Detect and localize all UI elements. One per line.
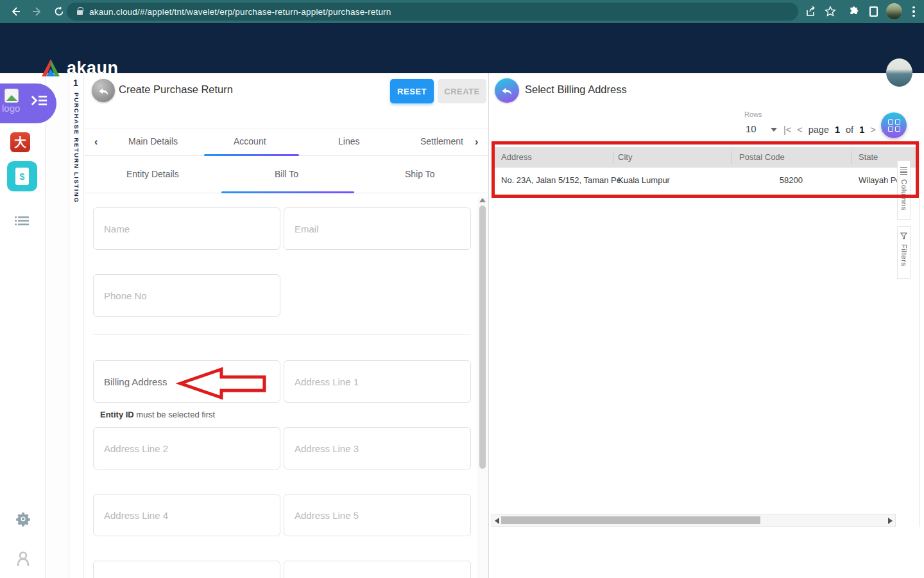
create-purchase-return-panel: Create Purchase Return RESET CREATE ‹ Ma… [84, 73, 489, 578]
of-word: of [846, 125, 853, 135]
col-city[interactable]: City [618, 152, 632, 162]
browser-tab-icon[interactable] [866, 4, 881, 19]
address-line-4-field[interactable]: Address Line 4 [93, 494, 280, 536]
billing-address-field[interactable]: Billing Address [93, 360, 280, 403]
brand-name: akaun [67, 58, 119, 78]
next-page-button[interactable]: > [870, 125, 875, 135]
main-tabbar: ‹ Main Details Account Lines Settlement … [84, 128, 489, 156]
cell-postal-code: 58200 [687, 175, 803, 185]
page-word: page [809, 125, 829, 135]
table-row[interactable]: No. 23A, Jalan 5/152, Taman Pe... Kuala … [495, 168, 916, 193]
phone-field[interactable]: Phone No [93, 274, 280, 317]
address-bar[interactable]: akaun.cloud/#/applet/tnt/wavelet/erp/pur… [67, 3, 798, 21]
tab-lines[interactable]: Lines [338, 136, 359, 146]
col-address[interactable]: Address [501, 152, 532, 162]
address-line-1-field[interactable]: Address Line 1 [284, 360, 471, 403]
subtab-ship-to[interactable]: Ship To [405, 169, 434, 179]
column-separator [613, 151, 613, 164]
subtab-entity-details[interactable]: Entity Details [126, 169, 179, 179]
browser-refresh-icon[interactable] [51, 4, 67, 19]
picker-title: Select Billing Address [525, 83, 627, 96]
cell-city: Kuala Lumpur [618, 175, 670, 185]
first-page-button[interactable]: |< [783, 125, 791, 135]
sidebar-expand-icon[interactable] [31, 95, 47, 109]
akaun-triangle-icon [40, 58, 62, 78]
sidebar-gutter [46, 73, 69, 578]
browser-forward-icon[interactable] [30, 4, 45, 19]
select-billing-address-panel: Select Billing Address Rows 10 |< < page… [490, 73, 924, 578]
columns-side-tab[interactable]: Columns [897, 161, 911, 220]
columns-icon [900, 167, 907, 175]
form-scroll-thumb[interactable] [479, 206, 486, 469]
purchase-return-listing-rail[interactable]: 1 PURCHASE RETURN LISTING [69, 73, 84, 578]
address-extra-field-left[interactable] [93, 561, 280, 578]
page-title: Create Purchase Return [119, 83, 233, 96]
da-character: 大 [14, 134, 26, 151]
scroll-up-icon[interactable] [479, 198, 486, 202]
dollar-doc-icon: $ [15, 168, 29, 185]
browser-back-icon[interactable] [8, 4, 23, 19]
scroll-right-icon[interactable] [888, 518, 893, 524]
rows-dropdown-icon[interactable] [771, 128, 777, 132]
column-separator [732, 151, 732, 164]
tab-account[interactable]: Account [234, 136, 266, 146]
logo-placeholder-text: logo [2, 103, 20, 114]
bookmark-star-icon[interactable] [823, 4, 838, 19]
address-extra-field-right[interactable] [284, 561, 471, 578]
picker-back-button[interactable] [495, 78, 519, 103]
prev-page-button[interactable]: < [797, 125, 802, 135]
entity-id-helper-text: Entity ID must be selected first [100, 410, 215, 419]
tabs-prev-icon[interactable]: ‹ [94, 136, 98, 148]
profile-person-icon[interactable] [16, 551, 30, 569]
table-vertical-scroll-track [919, 143, 920, 527]
browser-menu-icon[interactable] [906, 4, 921, 19]
grid-view-button[interactable] [881, 112, 907, 138]
extensions-puzzle-icon[interactable] [846, 4, 861, 19]
email-field[interactable]: Email [284, 207, 471, 250]
scroll-left-icon[interactable] [495, 518, 499, 524]
url-text: akaun.cloud/#/applet/tnt/wavelet/erp/pur… [89, 7, 391, 17]
back-button[interactable] [92, 79, 115, 102]
user-avatar[interactable] [886, 58, 912, 87]
total-pages: 1 [859, 125, 864, 135]
reply-arrow-icon [501, 84, 513, 97]
sidebar-app-icon-da[interactable]: 大 [10, 132, 30, 152]
settings-gear-icon[interactable] [15, 511, 31, 529]
name-field[interactable]: Name [93, 207, 280, 250]
column-separator [851, 151, 851, 164]
broken-image-icon [4, 89, 19, 103]
tenant-logo-pill[interactable]: logo [0, 83, 56, 123]
hscroll-thumb[interactable] [501, 516, 760, 524]
tabs-next-icon[interactable]: › [475, 136, 478, 148]
list-menu-icon[interactable] [15, 216, 29, 229]
browser-profile-avatar[interactable] [886, 3, 902, 19]
pagination: |< < page 1 of 1 > >| [783, 125, 889, 135]
akaun-logo[interactable]: akaun [40, 58, 119, 78]
sub-tabbar: Entity Details Bill To Ship To [84, 156, 489, 193]
tab-main-details[interactable]: Main Details [128, 136, 178, 146]
browser-toolbar: akaun.cloud/#/applet/tnt/wavelet/erp/pur… [0, 0, 924, 23]
address-line-5-field[interactable]: Address Line 5 [284, 494, 471, 536]
grid-icon [888, 119, 900, 132]
address-line-3-field[interactable]: Address Line 3 [284, 427, 471, 469]
share-icon[interactable] [803, 4, 819, 19]
sidebar-app-icon-invoice[interactable]: $ [7, 161, 37, 191]
section-divider [93, 334, 471, 335]
rows-per-page-select[interactable]: 10 [746, 123, 757, 134]
reset-button[interactable]: RESET [390, 79, 434, 103]
form-vertical-scrollbar[interactable] [477, 197, 488, 578]
columns-label: Columns [900, 179, 908, 211]
filter-funnel-icon [900, 232, 907, 240]
table-horizontal-scrollbar[interactable] [492, 514, 896, 527]
rail-badge: 1 [73, 78, 78, 88]
address-line-2-field[interactable]: Address Line 2 [93, 427, 280, 469]
filters-side-tab[interactable]: Filters [897, 226, 911, 279]
cell-address: No. 23A, Jalan 5/152, Taman Pe... [501, 175, 628, 185]
rows-label: Rows [744, 110, 762, 118]
col-postal-code[interactable]: Postal Code [739, 152, 785, 162]
subtab-bill-to[interactable]: Bill To [275, 169, 298, 179]
tab-settlement[interactable]: Settlement [420, 136, 463, 146]
col-state[interactable]: State [859, 152, 878, 162]
reply-arrow-icon [98, 85, 110, 97]
create-button[interactable]: CREATE [438, 79, 486, 103]
